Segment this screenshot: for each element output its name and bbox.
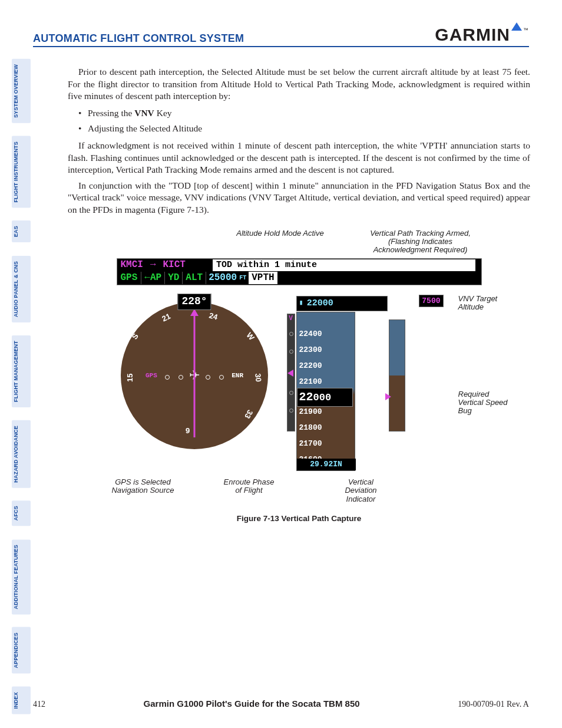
tab-flight-instruments[interactable]: FLIGHT INSTRUMENTS bbox=[12, 136, 31, 208]
compass-21: 21 bbox=[160, 311, 172, 324]
footer-revision: 190-00709-01 Rev. A bbox=[458, 700, 529, 709]
bullet-1-key: VNV bbox=[134, 108, 154, 118]
callout-vpth-armed: Vertical Path Tracking Armed, (Flashing … bbox=[362, 229, 480, 255]
route-arrow-icon: → bbox=[147, 259, 160, 271]
tab-appendices[interactable]: APPENDICES bbox=[12, 627, 31, 674]
hsi-instrument: 228° 21 24 W 30 33 S 15 9 GPS ENR ✈ bbox=[117, 296, 273, 471]
paragraph-2: If acknowledgment is not received within… bbox=[68, 140, 530, 176]
cdi-dot bbox=[206, 375, 210, 380]
hsi-enr-label: ENR bbox=[232, 371, 243, 380]
callout-alt-hold: Altitude Hold Mode Active bbox=[204, 229, 357, 255]
vdi-dot bbox=[289, 350, 293, 354]
tab-system-overview[interactable]: SYSTEM OVERVIEW bbox=[12, 59, 31, 123]
tape-tick: 22100 bbox=[299, 377, 322, 387]
callout-vnv-target: VNV Target Altitude bbox=[458, 295, 511, 312]
tape-tick: 22300 bbox=[299, 345, 322, 355]
vs-bug-icon bbox=[385, 393, 391, 400]
alt-bug-icon: ▮ bbox=[299, 299, 303, 308]
bullet-1-pre: Pressing the bbox=[88, 108, 134, 118]
alt-readout-hundreds: 000 bbox=[313, 392, 332, 403]
tab-hazard-avoidance[interactable]: HAZARD AVOIDANCE bbox=[12, 420, 31, 488]
alt-readout-thousands: 22 bbox=[299, 390, 313, 404]
compass-24: 24 bbox=[208, 310, 219, 322]
alt-mode-label: ALT bbox=[183, 272, 206, 284]
route-dest: KICT bbox=[160, 259, 189, 271]
tape-tick: 21900 bbox=[299, 407, 322, 417]
paragraph-1: Prior to descent path interception, the … bbox=[68, 66, 530, 103]
tab-flight-management[interactable]: FLIGHT MANAGEMENT bbox=[12, 335, 31, 407]
side-tabs: SYSTEM OVERVIEW FLIGHT INSTRUMENTS EAS A… bbox=[12, 59, 31, 714]
bullet-1-post: Key bbox=[154, 108, 172, 118]
tape-tick: 22200 bbox=[299, 361, 322, 371]
tape-tick: 21700 bbox=[299, 439, 322, 449]
vsi-mark: 2 bbox=[406, 393, 410, 403]
heading-readout: 228° bbox=[177, 294, 211, 310]
vnv-target-box: 7500 bbox=[419, 295, 443, 307]
vdi-diamond-icon bbox=[287, 370, 293, 377]
bullet-vnv-key: Pressing the VNV Key bbox=[88, 107, 530, 120]
callout-gps-source: GPS is Selected Navigation Source bbox=[111, 478, 176, 505]
tab-eas[interactable]: EAS bbox=[12, 220, 31, 242]
compass-w: W bbox=[244, 330, 256, 342]
logo-triangle-icon bbox=[511, 22, 522, 31]
logo-text: GARMIN bbox=[435, 25, 510, 45]
logo-trademark: ™ bbox=[523, 27, 529, 33]
vdi-dot bbox=[289, 332, 293, 336]
nav-source-gps: GPS bbox=[117, 272, 141, 284]
vdi-v-label: V bbox=[287, 314, 295, 322]
alt-mode-unit: FT bbox=[239, 274, 249, 282]
current-altitude-readout: 22000 bbox=[297, 388, 353, 407]
cdi-dot bbox=[165, 375, 170, 380]
footer-title: Garmin G1000 Pilot's Guide for the Socat… bbox=[144, 699, 360, 709]
page-footer: 412 Garmin G1000 Pilot's Guide for the S… bbox=[33, 699, 529, 709]
vdi-dot bbox=[289, 391, 293, 395]
compass-30: 30 bbox=[253, 373, 263, 382]
route-origin: KMCI bbox=[117, 259, 147, 271]
garmin-logo: GARMIN ™ bbox=[435, 25, 529, 45]
selected-altitude-box: ▮ 22000 bbox=[296, 296, 388, 311]
tab-additional-features[interactable]: ADDITIONAL FEATURES bbox=[12, 539, 31, 614]
yd-indicator: YD bbox=[165, 272, 183, 284]
compass-9: 9 bbox=[186, 426, 190, 436]
callout-enroute: Enroute Phase of Flight bbox=[223, 478, 276, 505]
vdi-dot bbox=[289, 409, 293, 413]
section-title: AUTOMATIC FLIGHT CONTROL SYSTEM bbox=[33, 32, 244, 45]
vpth-annunciation: VPTH bbox=[249, 272, 277, 284]
compass-15: 15 bbox=[125, 373, 135, 381]
vsi-mark: 2 bbox=[406, 354, 410, 363]
compass-s: S bbox=[130, 331, 141, 341]
tab-afcs[interactable]: AFCS bbox=[12, 500, 31, 526]
altitude-tape: 7500 VNV Target Altitude Required Vertic… bbox=[296, 296, 388, 471]
callout-req-vs-bug: Required Vertical Speed Bug bbox=[458, 390, 511, 416]
hsi-gps-label: GPS bbox=[146, 371, 157, 380]
vsi-mark: 4 bbox=[406, 327, 410, 336]
ap-indicator: ←AP bbox=[141, 272, 165, 284]
alt-mode-value: 25000 bbox=[206, 272, 239, 284]
baro-setting: 29.92IN bbox=[297, 459, 356, 470]
compass-33: 33 bbox=[242, 408, 255, 420]
figure-caption: Figure 7-13 Vertical Path Capture bbox=[117, 513, 482, 524]
pfd-status-bar: KMCI → KICT TOD within 1 minute GPS ←AP … bbox=[117, 258, 482, 285]
cdi-dot bbox=[219, 375, 224, 380]
cdi-needle bbox=[194, 314, 196, 437]
paragraph-3: In conjunction with the "TOD [top of des… bbox=[68, 180, 530, 216]
vsi-mark: 4 bbox=[406, 420, 410, 429]
vsi-indicator: 4 2 2 4 bbox=[389, 302, 412, 449]
selected-altitude-value: 22000 bbox=[307, 298, 333, 309]
page-header: AUTOMATIC FLIGHT CONTROL SYSTEM GARMIN ™ bbox=[33, 25, 529, 47]
bullet-adjust-altitude: Adjusting the Selected Altitude bbox=[88, 123, 530, 135]
tab-audio-panel-cns[interactable]: AUDIO PANEL & CNS bbox=[12, 256, 31, 322]
page-number: 412 bbox=[33, 700, 45, 709]
cdi-dot bbox=[178, 375, 183, 380]
tape-tick: 22400 bbox=[299, 329, 322, 339]
vdi-indicator: V bbox=[287, 314, 295, 431]
figure-7-13: Altitude Hold Mode Active Vertical Path … bbox=[117, 229, 482, 525]
callout-vdi: Vertical Deviation Indicator bbox=[335, 478, 388, 505]
tape-tick: 21800 bbox=[299, 423, 322, 433]
tab-index[interactable]: INDEX bbox=[12, 687, 31, 714]
content-column: Prior to descent path interception, the … bbox=[68, 66, 530, 531]
tod-annunciation: TOD within 1 minute bbox=[213, 259, 475, 271]
bullet-list: Pressing the VNV Key Adjusting the Selec… bbox=[88, 107, 530, 135]
